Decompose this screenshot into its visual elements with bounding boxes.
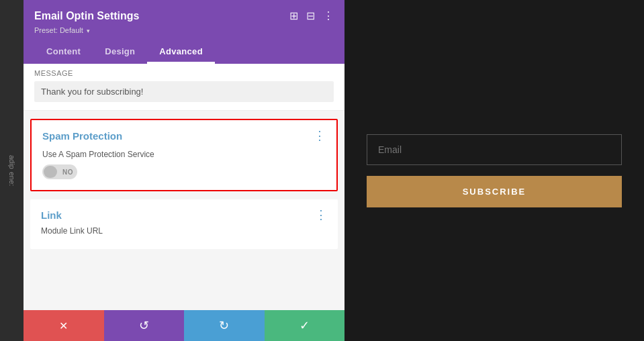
spam-section-body: Use A Spam Protection Service NO	[32, 147, 336, 190]
spam-use-label: Use A Spam Protection Service	[42, 150, 326, 159]
link-section-title[interactable]: Link	[41, 209, 62, 221]
redo-button[interactable]: ↻	[184, 310, 265, 341]
toggle-knob	[44, 166, 57, 178]
tab-design[interactable]: Design	[93, 41, 147, 64]
spam-section-title[interactable]: Spam Protection	[42, 130, 122, 142]
expand-icon[interactable]: ⊞	[289, 9, 298, 22]
toggle-label: NO	[62, 168, 73, 176]
tab-advanced[interactable]: Advanced	[147, 41, 215, 64]
panel-header: Email Optin Settings ⊞ ⊟ ⋮ Preset: Defau…	[24, 0, 344, 64]
spam-toggle[interactable]: NO	[42, 164, 77, 179]
message-section: Message Thank you for subscribing!	[24, 64, 344, 111]
tab-content[interactable]: Content	[34, 41, 93, 64]
preset-arrow-icon: ▾	[87, 28, 90, 34]
save-icon: ✓	[300, 318, 310, 333]
message-label: Message	[34, 69, 334, 77]
panel-title: Email Optin Settings	[34, 10, 139, 22]
spam-section-menu-icon[interactable]: ⋮	[314, 130, 326, 142]
panel-preset[interactable]: Preset: Default ▾	[34, 26, 334, 34]
undo-icon: ↺	[139, 318, 149, 333]
link-section: Link ⋮ Module Link URL	[30, 199, 338, 249]
panel-content: Message Thank you for subscribing! Spam …	[24, 64, 344, 310]
save-button[interactable]: ✓	[265, 310, 345, 341]
right-panel: SUBSCRIBE	[344, 0, 644, 341]
spam-toggle-wrap: NO	[42, 164, 326, 179]
link-section-body: Module Link URL	[30, 226, 338, 249]
panel-toolbar: ✕ ↺ ↻ ✓	[24, 310, 344, 341]
background-left: adip ene:	[0, 0, 24, 341]
undo-button[interactable]: ↺	[104, 310, 185, 341]
bg-text-1: adip	[8, 155, 16, 169]
spam-protection-section: Spam Protection ⋮ Use A Spam Protection …	[30, 119, 338, 191]
panel-header-top: Email Optin Settings ⊞ ⊟ ⋮	[34, 9, 334, 22]
subscribe-button[interactable]: SUBSCRIBE	[367, 176, 622, 207]
link-section-header: Link ⋮	[30, 199, 338, 226]
message-value[interactable]: Thank you for subscribing!	[34, 81, 334, 102]
link-section-menu-icon[interactable]: ⋮	[315, 209, 327, 221]
more-icon[interactable]: ⋮	[323, 9, 334, 22]
spam-section-header: Spam Protection ⋮	[32, 120, 336, 147]
cancel-icon: ✕	[59, 320, 68, 332]
layout-icon[interactable]: ⊟	[306, 9, 315, 22]
link-url-label: Module Link URL	[41, 226, 327, 236]
preset-label: Preset: Default	[34, 26, 83, 34]
bg-text-2: ene:	[8, 172, 16, 186]
cancel-button[interactable]: ✕	[24, 310, 104, 341]
panel-tabs: Content Design Advanced	[34, 41, 334, 64]
settings-panel: Email Optin Settings ⊞ ⊟ ⋮ Preset: Defau…	[24, 0, 344, 341]
panel-header-icons: ⊞ ⊟ ⋮	[289, 9, 334, 22]
redo-icon: ↻	[219, 318, 229, 333]
email-input[interactable]	[367, 134, 622, 165]
